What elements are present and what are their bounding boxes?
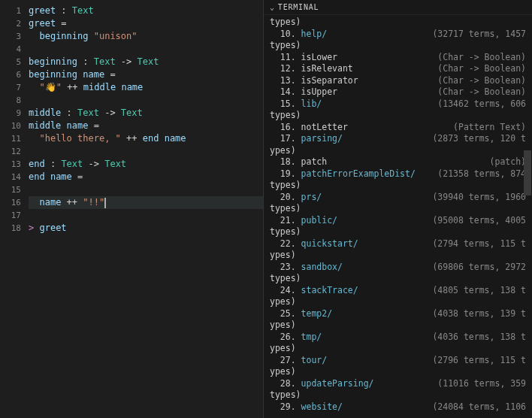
code-line[interactable]: "hello there, " ++ end name xyxy=(29,132,263,145)
directory-name: help/ xyxy=(301,29,328,39)
terminal-header[interactable]: ⌄ TERMINAL xyxy=(264,0,532,15)
directory-name: public/ xyxy=(301,215,337,226)
terminal-line: 18. patch(patch) xyxy=(270,156,526,168)
terminal-line: types) xyxy=(270,110,526,122)
terminal-line: ypes) xyxy=(270,296,526,308)
editor-cursor xyxy=(104,198,106,208)
terminal-line: 22. quickstart/(2794 terms, 115 t xyxy=(270,238,526,250)
directory-name: website/ xyxy=(301,401,343,412)
terminal-line: 11. isLower(Char -> Boolean) xyxy=(270,52,526,64)
line-number: 8 xyxy=(0,94,29,107)
terminal-line: types) xyxy=(270,226,526,238)
line-number: 7 xyxy=(0,81,29,94)
line-number: 12 xyxy=(0,145,29,158)
code-line[interactable] xyxy=(29,145,263,158)
terminal-line: 24. stackTrace/(4805 terms, 138 t xyxy=(270,285,526,297)
directory-name: sandbox/ xyxy=(301,262,343,272)
terminal-line: 14. isUpper(Char -> Boolean) xyxy=(270,86,526,98)
code-line[interactable]: name ++ "!!" xyxy=(29,196,263,209)
directory-name: updateParsing/ xyxy=(301,378,374,389)
terminal-line: 19. patchErrorExampleDist/(21358 terms, … xyxy=(270,168,526,180)
code-line[interactable]: beginning "unison" xyxy=(29,30,263,43)
line-number: 3 xyxy=(0,30,29,43)
directory-name: patchErrorExampleDist/ xyxy=(301,168,416,179)
line-number: 18 xyxy=(0,222,29,235)
code-line[interactable] xyxy=(29,94,263,107)
terminal-line: 20. prs/(39940 terms, 1960 xyxy=(270,192,526,204)
terminal-line: 13. isSeparator(Char -> Boolean) xyxy=(270,75,526,87)
terminal-line: 17. parsing/(2873 terms, 120 t xyxy=(270,133,526,145)
code-line[interactable]: > greet xyxy=(29,222,263,235)
editor-pane: 123456789101112131415161718 greet : Text… xyxy=(0,0,263,418)
directory-name: parsing/ xyxy=(301,133,343,144)
code-line[interactable] xyxy=(29,183,263,196)
terminal-line: 12. isRelevant(Char -> Boolean) xyxy=(270,63,526,75)
line-number: 13 xyxy=(0,158,29,171)
terminal-title: TERMINAL xyxy=(278,3,319,11)
code-line[interactable] xyxy=(29,43,263,56)
terminal-line: types) xyxy=(270,389,526,401)
code-line[interactable]: beginning : Text -> Text xyxy=(29,56,263,68)
terminal-line: types) xyxy=(270,273,526,285)
terminal-line: 25. temp2/(4038 terms, 139 t xyxy=(270,308,526,320)
code-line[interactable]: greet = xyxy=(29,17,263,30)
terminal-pane: ⌄ TERMINAL types) 10. help/(32717 terms,… xyxy=(263,0,532,418)
terminal-line: ypes) xyxy=(270,250,526,262)
terminal-line: 26. tmp/(4036 terms, 138 t xyxy=(270,332,526,344)
code-line[interactable]: greet : Text xyxy=(29,5,263,17)
code-line[interactable] xyxy=(29,209,263,222)
terminal-line: 29. website/(24084 terms, 1106 xyxy=(270,401,526,413)
line-number: 16 xyxy=(0,196,29,209)
code-area[interactable]: greet : Textgreet = beginning "unison"be… xyxy=(29,0,263,418)
code-line[interactable]: end name = xyxy=(29,171,263,183)
terminal-body[interactable]: types) 10. help/(32717 terms, 1457types)… xyxy=(264,15,532,418)
line-number: 4 xyxy=(0,43,29,56)
terminal-line: 27. tour/(2796 terms, 115 t xyxy=(270,355,526,367)
terminal-line: 28. updateParsing/(11016 terms, 359 xyxy=(270,378,526,390)
line-number: 5 xyxy=(0,56,29,68)
terminal-scrollbar[interactable] xyxy=(524,150,531,195)
line-number: 10 xyxy=(0,120,29,132)
directory-name: tmp/ xyxy=(301,332,322,342)
directory-name: temp2/ xyxy=(301,308,333,319)
terminal-line: 23. sandbox/(69806 terms, 2972 xyxy=(270,262,526,274)
terminal-line: ypes) xyxy=(270,145,526,157)
line-number: 6 xyxy=(0,68,29,81)
terminal-line: ypes) xyxy=(270,343,526,355)
line-number: 1 xyxy=(0,5,29,17)
line-number-gutter: 123456789101112131415161718 xyxy=(0,0,29,418)
line-number: 15 xyxy=(0,183,29,196)
line-number: 17 xyxy=(0,209,29,222)
code-line[interactable]: beginning name = xyxy=(29,68,263,81)
directory-name: stackTrace/ xyxy=(301,285,358,295)
code-line[interactable]: "👋" ++ middle name xyxy=(29,81,263,94)
directory-name: tour/ xyxy=(301,355,328,365)
line-number: 9 xyxy=(0,107,29,120)
line-number: 11 xyxy=(0,132,29,145)
terminal-line: types) xyxy=(270,180,526,192)
terminal-line: ypes) xyxy=(270,366,526,378)
code-line[interactable]: end : Text -> Text xyxy=(29,158,263,171)
terminal-line: 10. help/(32717 terms, 1457 xyxy=(270,29,526,41)
directory-name: quickstart/ xyxy=(301,238,358,249)
chevron-down-icon: ⌄ xyxy=(270,3,275,11)
terminal-line: types) xyxy=(270,17,526,29)
line-number: 2 xyxy=(0,17,29,30)
directory-name: lib/ xyxy=(301,98,322,109)
terminal-line: 21. public/(95008 terms, 4005 xyxy=(270,215,526,227)
terminal-line: ypes) xyxy=(270,320,526,332)
code-line[interactable]: middle : Text -> Text xyxy=(29,107,263,120)
terminal-line: 15. lib/(13462 terms, 606 xyxy=(270,98,526,111)
line-number: 14 xyxy=(0,171,29,183)
terminal-line: 16. notLetter(Pattern Text) xyxy=(270,122,526,134)
code-line[interactable]: middle name = xyxy=(29,120,263,132)
directory-name: prs/ xyxy=(301,192,322,202)
terminal-line: types) xyxy=(270,203,526,215)
terminal-line: types) xyxy=(270,40,526,52)
